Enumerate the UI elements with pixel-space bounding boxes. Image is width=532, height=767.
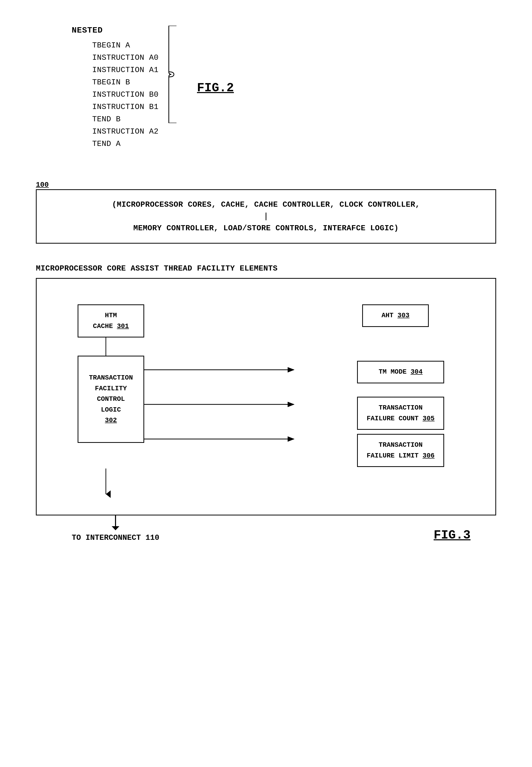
tfc-ref: 302 [105, 416, 117, 424]
fig3-label: FIG.3 [434, 528, 471, 542]
aht-text: AHT 303 [368, 310, 423, 321]
box100-line1: (MICROPROCESSOR CORES, CACHE, CACHE CONT… [112, 198, 420, 212]
code-line-1: TBEGIN A [92, 39, 159, 51]
htm-cache-text: HTMCACHE 301 [84, 310, 138, 332]
diagram: HTMCACHE 301 AHT 303 TRANSACTIONFACILITY… [57, 294, 475, 499]
code-line-6: INSTRUCTION B1 [92, 101, 159, 113]
svg-marker-12 [112, 526, 119, 530]
code-block: TBEGIN A INSTRUCTION A0 INSTRUCTION A1 T… [92, 39, 159, 150]
box100-ref: 100 [36, 181, 496, 189]
box-aht: AHT 303 [362, 304, 429, 327]
fig2-section: NESTED TBEGIN A INSTRUCTION A0 INSTRUCTI… [72, 26, 512, 150]
htm-cache-ref: 301 [117, 322, 129, 330]
fig2-label: FIG.2 [197, 81, 234, 95]
tf-count-text: TRANSACTIONFAILURE COUNT 305 [363, 403, 438, 424]
box100-line2: MEMORY CONTROLLER, LOAD/STORE CONTROLS, … [133, 221, 399, 235]
fig3-bottom: TO INTERCONNECT 110 FIG.3 [36, 520, 496, 542]
nested-label: NESTED [72, 26, 103, 35]
box100-section: 100 (MICROPROCESSOR CORES, CACHE, CACHE … [36, 181, 496, 244]
tfc-text: TRANSACTIONFACILITYCONTROLLOGIC302 [89, 373, 133, 426]
box-tm-mode: TM MODE 304 [357, 361, 444, 383]
tm-mode-ref: 304 [411, 368, 423, 376]
tf-count-ref: 305 [423, 415, 435, 422]
fig2-content: NESTED TBEGIN A INSTRUCTION A0 INSTRUCTI… [72, 26, 234, 150]
code-line-7: TEND B [92, 113, 159, 125]
box-tf-limit: TRANSACTIONFAILURE LIMIT 306 [357, 434, 444, 467]
box-tf-count: TRANSACTIONFAILURE COUNT 305 [357, 397, 444, 430]
tf-limit-text: TRANSACTIONFAILURE LIMIT 306 [363, 440, 438, 461]
fig3-subtitle: MICROPROCESSOR CORE ASSIST THREAD FACILI… [36, 264, 496, 273]
tf-limit-ref: 306 [423, 452, 435, 459]
brace-group [166, 26, 182, 124]
code-line-3: INSTRUCTION A1 [92, 64, 159, 76]
code-line-4: TBEGIN B [92, 76, 159, 88]
code-line-9: TEND A [92, 138, 159, 150]
box-htm-cache: HTMCACHE 301 [78, 304, 144, 338]
fig2-text-block: NESTED TBEGIN A INSTRUCTION A0 INSTRUCTI… [72, 26, 159, 150]
box100-ref-text: 100 [36, 181, 49, 189]
tm-mode-text: TM MODE 304 [363, 367, 438, 377]
to-interconnect-label: TO INTERCONNECT 110 [72, 533, 159, 542]
code-line-5: INSTRUCTION B0 [92, 88, 159, 101]
fig3-section: MICROPROCESSOR CORE ASSIST THREAD FACILI… [36, 264, 496, 542]
brace-svg [166, 26, 182, 123]
box-tfc-logic: TRANSACTIONFACILITYCONTROLLOGIC302 [78, 356, 144, 443]
down-arrow-icon [110, 515, 121, 531]
aht-ref: 303 [398, 312, 410, 319]
page: NESTED TBEGIN A INSTRUCTION A0 INSTRUCTI… [0, 0, 532, 767]
box100-container: (MICROPROCESSOR CORES, CACHE, CACHE CONT… [36, 189, 496, 244]
code-line-8: INSTRUCTION A2 [92, 125, 159, 138]
fig3-outer-box: HTMCACHE 301 AHT 303 TRANSACTIONFACILITY… [36, 278, 496, 515]
code-line-2: INSTRUCTION A0 [92, 51, 159, 64]
